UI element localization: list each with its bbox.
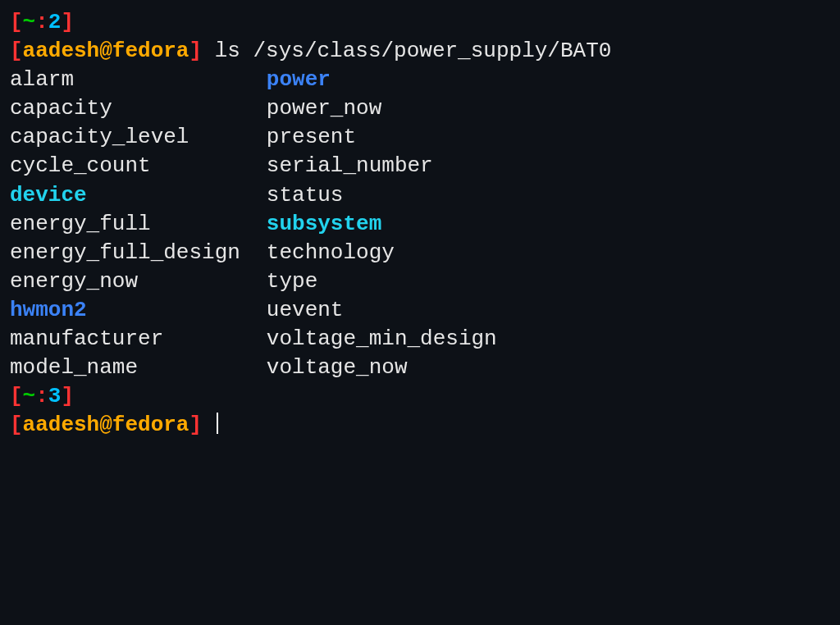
prompt-colon: :	[35, 384, 48, 408]
bracket-open: [	[10, 39, 23, 63]
typed-command: ls /sys/class/power_supply/BAT0	[215, 39, 612, 63]
prompt-status-line-1: [~:2]	[10, 8, 830, 37]
file-entry: status	[267, 181, 497, 210]
cwd-tilde: ~	[23, 384, 36, 408]
file-entry: energy_full_design	[10, 239, 240, 267]
file-entry: manufacturer	[10, 325, 240, 354]
file-entry: power	[267, 66, 497, 94]
prompt-command-line-2[interactable]: [aadesh@fedora]	[10, 411, 830, 440]
file-entry: alarm	[10, 66, 240, 94]
file-entry: energy_now	[10, 267, 240, 296]
file-entry: voltage_min_design	[267, 325, 497, 354]
file-entry: voltage_now	[267, 354, 497, 382]
user-host: aadesh@fedora	[23, 39, 189, 63]
file-entry: cycle_count	[10, 152, 240, 180]
file-entry: capacity	[10, 94, 240, 123]
file-entry: hwmon2	[10, 296, 240, 325]
bracket-close: ]	[61, 10, 74, 34]
file-entry: technology	[267, 239, 497, 267]
history-number: 2	[48, 10, 62, 34]
bracket-close: ]	[61, 384, 74, 408]
bracket-open: [	[10, 413, 23, 437]
prompt-status-line-2: [~:3]	[10, 382, 830, 411]
file-entry: serial_number	[267, 152, 497, 180]
file-entry: power_now	[267, 94, 497, 123]
file-entry: uevent	[267, 296, 497, 325]
prompt-command-line-1: [aadesh@fedora] ls /sys/class/power_supp…	[10, 37, 830, 66]
history-number: 3	[48, 384, 62, 408]
ls-output: alarmpowercapacitypower_nowcapacity_leve…	[10, 66, 497, 382]
bracket-close: ]	[189, 39, 202, 63]
bracket-close: ]	[189, 413, 202, 437]
cwd-tilde: ~	[23, 10, 36, 34]
file-entry: present	[267, 123, 497, 152]
file-entry: subsystem	[267, 210, 497, 239]
prompt-colon: :	[35, 10, 48, 34]
file-entry: device	[10, 181, 240, 210]
user-host: aadesh@fedora	[23, 413, 189, 437]
cursor-icon	[217, 413, 218, 434]
file-entry: energy_full	[10, 210, 240, 239]
file-entry: model_name	[10, 354, 240, 382]
file-entry: type	[267, 267, 497, 296]
bracket-open: [	[10, 384, 23, 408]
file-entry: capacity_level	[10, 123, 240, 152]
bracket-open: [	[10, 10, 23, 34]
